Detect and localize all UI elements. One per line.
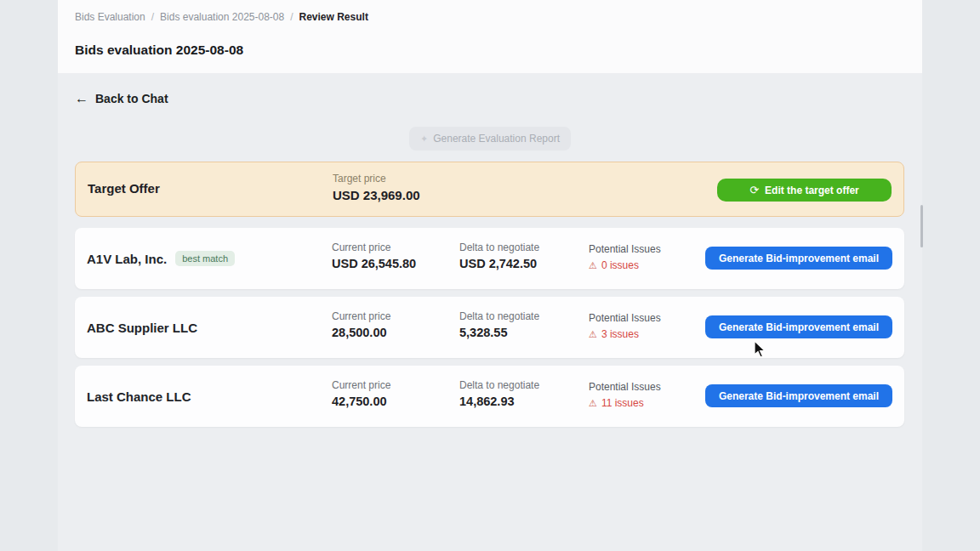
current-price-value: USD 26,545.80 — [332, 257, 416, 270]
delta-value: 14,862.93 — [459, 395, 539, 408]
delta-label: Delta to negotiate — [459, 241, 539, 253]
supplier-row-last-chance: Last Chance LLC Current price 42,750.00 … — [75, 366, 904, 427]
current-price-value: 28,500.00 — [332, 326, 390, 339]
delta-value: 5,328.55 — [459, 326, 539, 339]
supplier-row-abc-supplier: ABC Supplier LLC Current price 28,500.00… — [75, 297, 904, 358]
warning-icon: ⚠ — [589, 398, 597, 409]
generate-evaluation-report-label: Generate Evaluation Report — [433, 133, 560, 145]
breadcrumb: Bids Evaluation / Bids evaluation 2025-0… — [75, 11, 368, 23]
delta-label: Delta to negotiate — [459, 379, 539, 391]
issues-column: Potential Issues ⚠ 0 issues — [589, 243, 661, 271]
supplier-name: ABC Supplier LLC — [87, 321, 197, 335]
page-header: Bids Evaluation / Bids evaluation 2025-0… — [58, 0, 922, 73]
potential-issues-label: Potential Issues — [589, 381, 661, 393]
refresh-icon: ⟳ — [749, 185, 759, 196]
delta-column: Delta to negotiate 14,862.93 — [459, 379, 539, 408]
current-price-column: Current price 28,500.00 — [332, 310, 390, 339]
current-price-column: Current price USD 26,545.80 — [332, 241, 416, 270]
current-price-label: Current price — [332, 310, 390, 322]
current-price-label: Current price — [332, 379, 390, 391]
breadcrumb-item-bids-evaluation[interactable]: Bids Evaluation — [75, 11, 145, 23]
current-price-value: 42,750.00 — [332, 395, 390, 408]
issues-column: Potential Issues ⚠ 3 issues — [589, 312, 661, 340]
generate-evaluation-report-button[interactable]: ✦ Generate Evaluation Report — [409, 127, 571, 151]
potential-issues-label: Potential Issues — [589, 243, 661, 255]
warning-icon: ⚠ — [589, 329, 597, 340]
current-price-label: Current price — [332, 241, 416, 253]
generate-bid-improvement-email-button[interactable]: Generate Bid-improvement email — [705, 315, 892, 338]
target-price-label: Target price — [333, 173, 420, 185]
delta-value: USD 2,742.50 — [459, 257, 539, 270]
generate-bid-improvement-email-button[interactable]: Generate Bid-improvement email — [705, 384, 892, 407]
sparkle-icon: ✦ — [420, 133, 428, 145]
back-to-chat-label: Back to Chat — [95, 92, 168, 105]
best-match-badge: best match — [175, 251, 235, 266]
edit-target-offer-button[interactable]: ⟳ Edit the target offer — [717, 179, 892, 202]
back-to-chat-link[interactable]: ← Back to Chat — [75, 92, 168, 105]
target-offer-card: Target Offer Target price USD 23,969.00 … — [75, 162, 904, 217]
breadcrumb-separator: / — [151, 11, 154, 23]
breadcrumb-separator: / — [290, 11, 293, 23]
supplier-name: A1V Lab, Inc. — [87, 252, 167, 266]
page-title: Bids evaluation 2025-08-08 — [75, 43, 243, 58]
issues-count: 3 issues — [601, 328, 639, 340]
issues-count: 0 issues — [601, 259, 639, 271]
warning-icon: ⚠ — [589, 260, 597, 271]
issues-count: 11 issues — [601, 397, 644, 409]
current-price-column: Current price 42,750.00 — [332, 379, 390, 408]
target-price-value: USD 23,969.00 — [333, 188, 420, 202]
breadcrumb-item-review-result: Review Result — [299, 11, 368, 23]
generate-bid-improvement-email-button[interactable]: Generate Bid-improvement email — [705, 247, 892, 270]
issues-column: Potential Issues ⚠ 11 issues — [589, 381, 661, 409]
supplier-name: Last Chance LLC — [87, 389, 191, 404]
delta-column: Delta to negotiate 5,328.55 — [459, 310, 539, 339]
back-arrow-icon: ← — [75, 92, 88, 105]
edit-target-offer-label: Edit the target offer — [765, 185, 859, 196]
target-price-column: Target price USD 23,969.00 — [333, 173, 420, 202]
scrollbar-thumb[interactable] — [920, 205, 923, 247]
potential-issues-label: Potential Issues — [589, 312, 661, 324]
target-offer-title: Target Offer — [88, 181, 160, 196]
breadcrumb-item-bids-evaluation-date[interactable]: Bids evaluation 2025-08-08 — [160, 11, 284, 23]
main-content-area: Bids Evaluation / Bids evaluation 2025-0… — [58, 0, 922, 551]
delta-label: Delta to negotiate — [459, 310, 539, 322]
delta-column: Delta to negotiate USD 2,742.50 — [459, 241, 539, 270]
supplier-row-a1v-lab: A1V Lab, Inc. best match Current price U… — [75, 228, 904, 289]
